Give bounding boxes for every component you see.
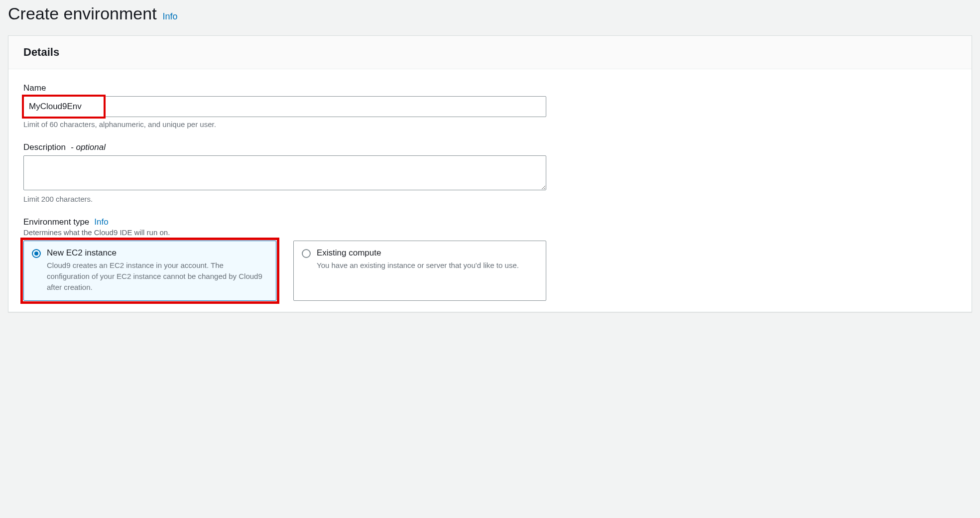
description-label-text: Description	[23, 142, 66, 152]
description-textarea[interactable]	[23, 155, 546, 190]
info-link-header[interactable]: Info	[163, 11, 178, 22]
details-panel: Details Name Limit of 60 characters, alp…	[8, 35, 972, 312]
radio-card-existing-compute[interactable]: Existing compute You have an existing in…	[293, 241, 546, 301]
info-link-env-type[interactable]: Info	[94, 217, 108, 227]
radio-content: Existing compute You have an existing in…	[317, 248, 519, 292]
description-optional: - optional	[71, 142, 106, 152]
radio-content: New EC2 instance Cloud9 creates an EC2 i…	[47, 248, 268, 292]
field-name: Name Limit of 60 characters, alphanumeri…	[23, 83, 546, 129]
name-input-wrap	[23, 96, 546, 117]
page-title: Create environment	[8, 4, 157, 23]
env-type-options: New EC2 instance Cloud9 creates an EC2 i…	[23, 241, 546, 301]
page-header: Create environment Info	[8, 4, 972, 23]
radio-icon	[32, 249, 41, 258]
radio-desc-existing: You have an existing instance or server …	[317, 260, 519, 271]
env-type-label: Environment type	[23, 217, 89, 227]
description-hint: Limit 200 characters.	[23, 195, 546, 203]
panel-body: Name Limit of 60 characters, alphanumeri…	[8, 69, 972, 312]
description-label: Description - optional	[23, 142, 546, 152]
radio-title-existing: Existing compute	[317, 248, 519, 258]
panel-title: Details	[23, 46, 957, 59]
name-input[interactable]	[23, 96, 546, 117]
radio-desc-new-ec2: Cloud9 creates an EC2 instance in your a…	[47, 260, 268, 292]
name-hint: Limit of 60 characters, alphanumeric, an…	[23, 120, 546, 129]
radio-card-new-ec2[interactable]: New EC2 instance Cloud9 creates an EC2 i…	[23, 241, 276, 301]
name-label: Name	[23, 83, 546, 93]
panel-header: Details	[8, 36, 972, 69]
page-root: Create environment Info Details Name Lim…	[0, 0, 980, 322]
env-type-sub: Determines what the Cloud9 IDE will run …	[23, 228, 546, 237]
radio-title-new-ec2: New EC2 instance	[47, 248, 268, 258]
field-description: Description - optional Limit 200 charact…	[23, 142, 546, 203]
field-env-type: Environment type Info Determines what th…	[23, 217, 546, 301]
env-type-label-row: Environment type Info	[23, 217, 546, 227]
radio-icon	[302, 249, 311, 258]
